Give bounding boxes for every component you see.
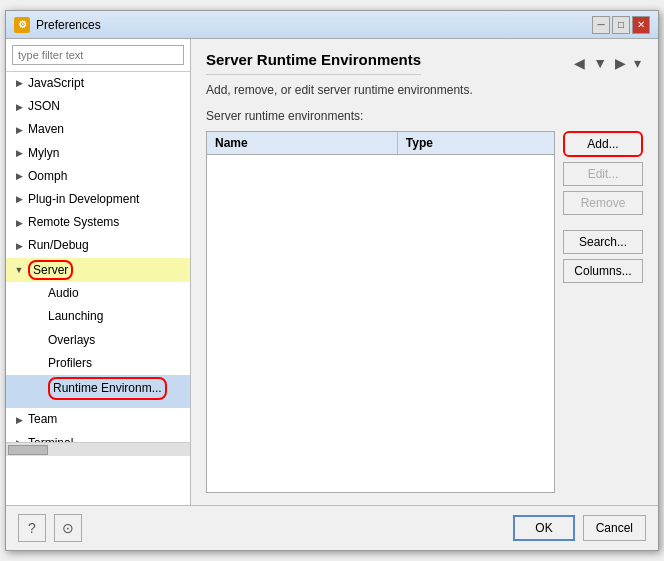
table-header: Name Type bbox=[207, 132, 554, 155]
arrow-mylyn: ▶ bbox=[14, 148, 24, 158]
tree-item-terminal[interactable]: ▶ Terminal bbox=[6, 432, 190, 442]
col-type: Type bbox=[398, 132, 554, 154]
nav-forward-button[interactable]: ▼ bbox=[591, 53, 609, 73]
label-remote-systems: Remote Systems bbox=[28, 213, 119, 232]
tree-item-profilers[interactable]: Profilers bbox=[6, 352, 190, 375]
arrow-json: ▶ bbox=[14, 102, 24, 112]
footer-right: OK Cancel bbox=[513, 515, 646, 541]
label-server: Server bbox=[28, 260, 73, 281]
panel-description: Add, remove, or edit server runtime envi… bbox=[206, 83, 643, 97]
label-runtime-env: Runtime Environm... bbox=[48, 377, 167, 406]
dialog-body: ▶ JavaScript ▶ JSON ▶ Maven ▶ Mylyn bbox=[6, 39, 658, 505]
arrow-server: ▼ bbox=[14, 265, 24, 275]
panel-header-row: Server Runtime Environments ◀ ▼ ▶ ▾ bbox=[206, 51, 643, 75]
cancel-button[interactable]: Cancel bbox=[583, 515, 646, 541]
label-terminal: Terminal bbox=[28, 434, 73, 442]
tree-item-server[interactable]: ▼ Server bbox=[6, 258, 190, 283]
tree-item-json[interactable]: ▶ JSON bbox=[6, 95, 190, 118]
label-overlays: Overlays bbox=[48, 331, 95, 350]
arrow-team: ▶ bbox=[14, 415, 24, 425]
label-launching: Launching bbox=[48, 307, 103, 326]
window-controls: ─ □ ✕ bbox=[592, 16, 650, 34]
right-panel: Server Runtime Environments ◀ ▼ ▶ ▾ Add,… bbox=[191, 39, 658, 505]
tree-container[interactable]: ▶ JavaScript ▶ JSON ▶ Maven ▶ Mylyn bbox=[6, 72, 190, 442]
panel-title: Server Runtime Environments bbox=[206, 51, 421, 75]
horizontal-scrollbar[interactable] bbox=[6, 442, 190, 456]
dialog-title: Preferences bbox=[36, 18, 101, 32]
scrollbar-thumb[interactable] bbox=[8, 445, 48, 455]
label-oomph: Oomph bbox=[28, 167, 67, 186]
label-javascript: JavaScript bbox=[28, 74, 84, 93]
remove-button[interactable]: Remove bbox=[563, 191, 643, 215]
label-audio: Audio bbox=[48, 284, 79, 303]
label-maven: Maven bbox=[28, 120, 64, 139]
arrow-remote-systems: ▶ bbox=[14, 218, 24, 228]
tree-item-team[interactable]: ▶ Team bbox=[6, 408, 190, 431]
runtime-table: Name Type bbox=[206, 131, 555, 493]
tree-item-mylyn[interactable]: ▶ Mylyn bbox=[6, 142, 190, 165]
arrow-profilers bbox=[34, 358, 44, 368]
tree-item-launching[interactable]: Launching bbox=[6, 305, 190, 328]
arrow-javascript: ▶ bbox=[14, 79, 24, 89]
title-bar-left: ⚙ Preferences bbox=[14, 17, 101, 33]
tree-item-javascript[interactable]: ▶ JavaScript bbox=[6, 72, 190, 95]
preferences-icon: ⚙ bbox=[14, 17, 30, 33]
edit-button[interactable]: Edit... bbox=[563, 162, 643, 186]
arrow-overlays bbox=[34, 335, 44, 345]
dialog-footer: ? ⊙ OK Cancel bbox=[6, 505, 658, 550]
table-body bbox=[207, 155, 554, 492]
tree-item-audio[interactable]: Audio bbox=[6, 282, 190, 305]
left-panel: ▶ JavaScript ▶ JSON ▶ Maven ▶ Mylyn bbox=[6, 39, 191, 505]
label-json: JSON bbox=[28, 97, 60, 116]
label-plugin-dev: Plug-in Development bbox=[28, 190, 139, 209]
title-bar: ⚙ Preferences ─ □ ✕ bbox=[6, 11, 658, 39]
label-run-debug: Run/Debug bbox=[28, 236, 89, 255]
tree-item-remote-systems[interactable]: ▶ Remote Systems bbox=[6, 211, 190, 234]
nav-arrows: ◀ ▼ ▶ ▾ bbox=[572, 53, 643, 73]
minimize-button[interactable]: ─ bbox=[592, 16, 610, 34]
close-button[interactable]: ✕ bbox=[632, 16, 650, 34]
label-mylyn: Mylyn bbox=[28, 144, 59, 163]
footer-left: ? ⊙ bbox=[18, 514, 82, 542]
tree-item-runtime-env[interactable]: Runtime Environm... bbox=[6, 375, 190, 408]
panel-table-label: Server runtime environments: bbox=[206, 109, 643, 123]
tree-item-maven[interactable]: ▶ Maven bbox=[6, 118, 190, 141]
preferences-dialog: ⚙ Preferences ─ □ ✕ ▶ JavaScript ▶ bbox=[5, 10, 659, 551]
tree-item-run-debug[interactable]: ▶ Run/Debug bbox=[6, 234, 190, 257]
table-area: Name Type Add... Edit... Remove Search..… bbox=[206, 131, 643, 493]
arrow-audio bbox=[34, 289, 44, 299]
columns-button[interactable]: Columns... bbox=[563, 259, 643, 283]
nav-forward2-button[interactable]: ▶ bbox=[613, 53, 628, 73]
arrow-maven: ▶ bbox=[14, 125, 24, 135]
search-button[interactable]: Search... bbox=[563, 230, 643, 254]
tree-item-overlays[interactable]: Overlays bbox=[6, 329, 190, 352]
col-name: Name bbox=[207, 132, 398, 154]
arrow-plugin-dev: ▶ bbox=[14, 195, 24, 205]
label-profilers: Profilers bbox=[48, 354, 92, 373]
arrow-runtime-env bbox=[34, 387, 44, 397]
tree-item-oomph[interactable]: ▶ Oomph bbox=[6, 165, 190, 188]
nav-dropdown-button[interactable]: ▾ bbox=[632, 53, 643, 73]
add-button[interactable]: Add... bbox=[563, 131, 643, 157]
arrow-oomph: ▶ bbox=[14, 171, 24, 181]
nav-back-button[interactable]: ◀ bbox=[572, 53, 587, 73]
action-buttons: Add... Edit... Remove Search... Columns.… bbox=[563, 131, 643, 493]
help-button[interactable]: ? bbox=[18, 514, 46, 542]
tree-item-plugin-dev[interactable]: ▶ Plug-in Development bbox=[6, 188, 190, 211]
label-team: Team bbox=[28, 410, 57, 429]
search-box bbox=[6, 39, 190, 72]
arrow-run-debug: ▶ bbox=[14, 241, 24, 251]
arrow-launching bbox=[34, 312, 44, 322]
ok-button[interactable]: OK bbox=[513, 515, 574, 541]
restore-button[interactable]: □ bbox=[612, 16, 630, 34]
search-input[interactable] bbox=[12, 45, 184, 65]
link-button[interactable]: ⊙ bbox=[54, 514, 82, 542]
